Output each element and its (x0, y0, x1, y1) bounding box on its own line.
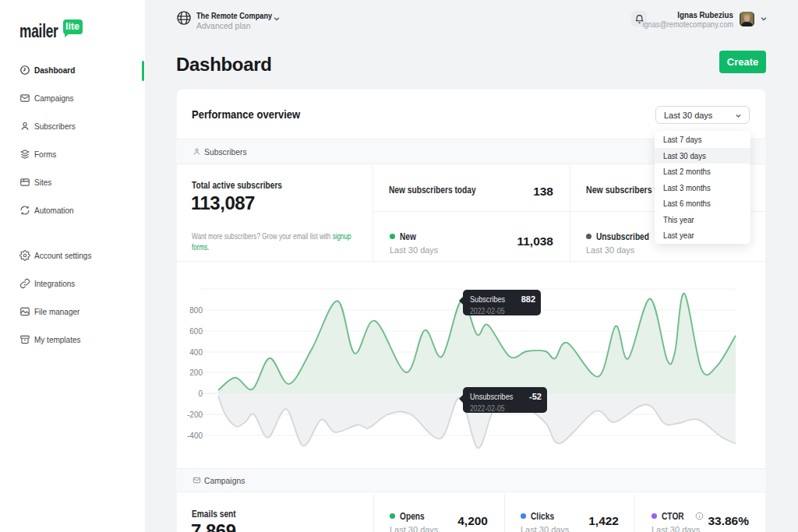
svg-text:400: 400 (189, 348, 203, 357)
svg-text:-400: -400 (187, 432, 203, 440)
svg-text:200: 200 (189, 368, 203, 377)
svg-text:0: 0 (198, 389, 203, 398)
svg-text:800: 800 (189, 306, 203, 315)
svg-text:600: 600 (189, 327, 203, 336)
svg-text:-200: -200 (187, 410, 203, 419)
